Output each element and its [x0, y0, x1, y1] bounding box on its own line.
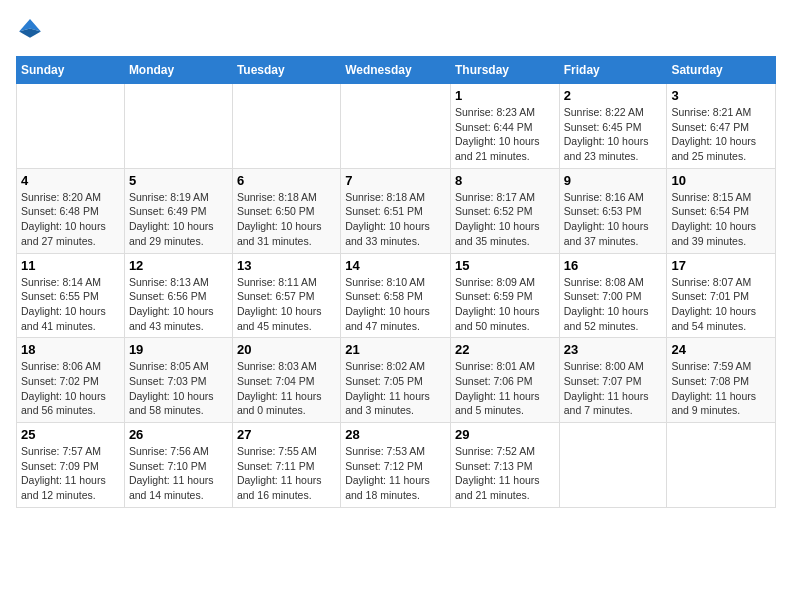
day-info: Sunrise: 8:00 AM Sunset: 7:07 PM Dayligh…	[564, 359, 663, 418]
calendar-cell: 29Sunrise: 7:52 AM Sunset: 7:13 PM Dayli…	[450, 423, 559, 508]
day-info: Sunrise: 8:02 AM Sunset: 7:05 PM Dayligh…	[345, 359, 446, 418]
day-info: Sunrise: 8:18 AM Sunset: 6:50 PM Dayligh…	[237, 190, 336, 249]
day-info: Sunrise: 8:07 AM Sunset: 7:01 PM Dayligh…	[671, 275, 771, 334]
day-info: Sunrise: 7:53 AM Sunset: 7:12 PM Dayligh…	[345, 444, 446, 503]
day-number: 7	[345, 173, 446, 188]
day-info: Sunrise: 8:17 AM Sunset: 6:52 PM Dayligh…	[455, 190, 555, 249]
calendar-week-row: 1Sunrise: 8:23 AM Sunset: 6:44 PM Daylig…	[17, 84, 776, 169]
day-info: Sunrise: 8:21 AM Sunset: 6:47 PM Dayligh…	[671, 105, 771, 164]
calendar-week-row: 4Sunrise: 8:20 AM Sunset: 6:48 PM Daylig…	[17, 168, 776, 253]
weekday-header: Sunday	[17, 57, 125, 84]
day-number: 24	[671, 342, 771, 357]
day-number: 19	[129, 342, 228, 357]
day-number: 29	[455, 427, 555, 442]
day-number: 4	[21, 173, 120, 188]
day-info: Sunrise: 8:03 AM Sunset: 7:04 PM Dayligh…	[237, 359, 336, 418]
calendar-cell: 25Sunrise: 7:57 AM Sunset: 7:09 PM Dayli…	[17, 423, 125, 508]
day-number: 16	[564, 258, 663, 273]
calendar-cell: 12Sunrise: 8:13 AM Sunset: 6:56 PM Dayli…	[124, 253, 232, 338]
weekday-header: Saturday	[667, 57, 776, 84]
day-number: 10	[671, 173, 771, 188]
day-number: 21	[345, 342, 446, 357]
calendar-cell: 21Sunrise: 8:02 AM Sunset: 7:05 PM Dayli…	[341, 338, 451, 423]
header	[16, 16, 776, 44]
calendar-week-row: 25Sunrise: 7:57 AM Sunset: 7:09 PM Dayli…	[17, 423, 776, 508]
calendar-cell: 11Sunrise: 8:14 AM Sunset: 6:55 PM Dayli…	[17, 253, 125, 338]
day-number: 17	[671, 258, 771, 273]
day-number: 9	[564, 173, 663, 188]
calendar-cell: 27Sunrise: 7:55 AM Sunset: 7:11 PM Dayli…	[232, 423, 340, 508]
day-info: Sunrise: 7:59 AM Sunset: 7:08 PM Dayligh…	[671, 359, 771, 418]
day-info: Sunrise: 8:09 AM Sunset: 6:59 PM Dayligh…	[455, 275, 555, 334]
calendar-cell: 13Sunrise: 8:11 AM Sunset: 6:57 PM Dayli…	[232, 253, 340, 338]
day-number: 2	[564, 88, 663, 103]
calendar-cell: 26Sunrise: 7:56 AM Sunset: 7:10 PM Dayli…	[124, 423, 232, 508]
calendar-cell: 8Sunrise: 8:17 AM Sunset: 6:52 PM Daylig…	[450, 168, 559, 253]
calendar-cell: 2Sunrise: 8:22 AM Sunset: 6:45 PM Daylig…	[559, 84, 667, 169]
calendar-cell	[232, 84, 340, 169]
calendar-cell	[667, 423, 776, 508]
day-info: Sunrise: 8:22 AM Sunset: 6:45 PM Dayligh…	[564, 105, 663, 164]
day-info: Sunrise: 7:52 AM Sunset: 7:13 PM Dayligh…	[455, 444, 555, 503]
calendar-header-row: SundayMondayTuesdayWednesdayThursdayFrid…	[17, 57, 776, 84]
calendar-cell: 28Sunrise: 7:53 AM Sunset: 7:12 PM Dayli…	[341, 423, 451, 508]
day-info: Sunrise: 8:23 AM Sunset: 6:44 PM Dayligh…	[455, 105, 555, 164]
day-number: 13	[237, 258, 336, 273]
day-info: Sunrise: 8:18 AM Sunset: 6:51 PM Dayligh…	[345, 190, 446, 249]
day-info: Sunrise: 8:19 AM Sunset: 6:49 PM Dayligh…	[129, 190, 228, 249]
day-number: 23	[564, 342, 663, 357]
day-info: Sunrise: 8:06 AM Sunset: 7:02 PM Dayligh…	[21, 359, 120, 418]
calendar-cell: 7Sunrise: 8:18 AM Sunset: 6:51 PM Daylig…	[341, 168, 451, 253]
logo-icon	[16, 16, 44, 44]
calendar-cell	[17, 84, 125, 169]
weekday-header: Wednesday	[341, 57, 451, 84]
calendar-cell: 24Sunrise: 7:59 AM Sunset: 7:08 PM Dayli…	[667, 338, 776, 423]
day-number: 15	[455, 258, 555, 273]
calendar-week-row: 11Sunrise: 8:14 AM Sunset: 6:55 PM Dayli…	[17, 253, 776, 338]
day-number: 25	[21, 427, 120, 442]
calendar-cell: 10Sunrise: 8:15 AM Sunset: 6:54 PM Dayli…	[667, 168, 776, 253]
day-number: 12	[129, 258, 228, 273]
weekday-header: Thursday	[450, 57, 559, 84]
calendar-cell: 15Sunrise: 8:09 AM Sunset: 6:59 PM Dayli…	[450, 253, 559, 338]
calendar-cell: 1Sunrise: 8:23 AM Sunset: 6:44 PM Daylig…	[450, 84, 559, 169]
day-number: 28	[345, 427, 446, 442]
day-info: Sunrise: 8:13 AM Sunset: 6:56 PM Dayligh…	[129, 275, 228, 334]
day-number: 26	[129, 427, 228, 442]
day-info: Sunrise: 8:15 AM Sunset: 6:54 PM Dayligh…	[671, 190, 771, 249]
day-number: 14	[345, 258, 446, 273]
calendar-cell: 14Sunrise: 8:10 AM Sunset: 6:58 PM Dayli…	[341, 253, 451, 338]
weekday-header: Tuesday	[232, 57, 340, 84]
day-info: Sunrise: 8:05 AM Sunset: 7:03 PM Dayligh…	[129, 359, 228, 418]
calendar-cell: 22Sunrise: 8:01 AM Sunset: 7:06 PM Dayli…	[450, 338, 559, 423]
calendar-cell: 20Sunrise: 8:03 AM Sunset: 7:04 PM Dayli…	[232, 338, 340, 423]
weekday-header: Friday	[559, 57, 667, 84]
day-info: Sunrise: 8:14 AM Sunset: 6:55 PM Dayligh…	[21, 275, 120, 334]
day-info: Sunrise: 7:57 AM Sunset: 7:09 PM Dayligh…	[21, 444, 120, 503]
day-number: 27	[237, 427, 336, 442]
day-info: Sunrise: 8:20 AM Sunset: 6:48 PM Dayligh…	[21, 190, 120, 249]
day-number: 11	[21, 258, 120, 273]
day-info: Sunrise: 8:01 AM Sunset: 7:06 PM Dayligh…	[455, 359, 555, 418]
day-number: 18	[21, 342, 120, 357]
logo	[16, 16, 48, 44]
calendar-cell	[124, 84, 232, 169]
calendar-cell: 3Sunrise: 8:21 AM Sunset: 6:47 PM Daylig…	[667, 84, 776, 169]
calendar-cell: 18Sunrise: 8:06 AM Sunset: 7:02 PM Dayli…	[17, 338, 125, 423]
calendar-cell: 5Sunrise: 8:19 AM Sunset: 6:49 PM Daylig…	[124, 168, 232, 253]
day-info: Sunrise: 8:16 AM Sunset: 6:53 PM Dayligh…	[564, 190, 663, 249]
weekday-header: Monday	[124, 57, 232, 84]
calendar-cell	[341, 84, 451, 169]
calendar-table: SundayMondayTuesdayWednesdayThursdayFrid…	[16, 56, 776, 508]
day-info: Sunrise: 8:08 AM Sunset: 7:00 PM Dayligh…	[564, 275, 663, 334]
day-number: 20	[237, 342, 336, 357]
day-number: 1	[455, 88, 555, 103]
calendar-cell: 9Sunrise: 8:16 AM Sunset: 6:53 PM Daylig…	[559, 168, 667, 253]
day-info: Sunrise: 8:10 AM Sunset: 6:58 PM Dayligh…	[345, 275, 446, 334]
day-info: Sunrise: 7:55 AM Sunset: 7:11 PM Dayligh…	[237, 444, 336, 503]
day-number: 6	[237, 173, 336, 188]
day-number: 22	[455, 342, 555, 357]
calendar-cell: 17Sunrise: 8:07 AM Sunset: 7:01 PM Dayli…	[667, 253, 776, 338]
day-number: 8	[455, 173, 555, 188]
calendar-week-row: 18Sunrise: 8:06 AM Sunset: 7:02 PM Dayli…	[17, 338, 776, 423]
